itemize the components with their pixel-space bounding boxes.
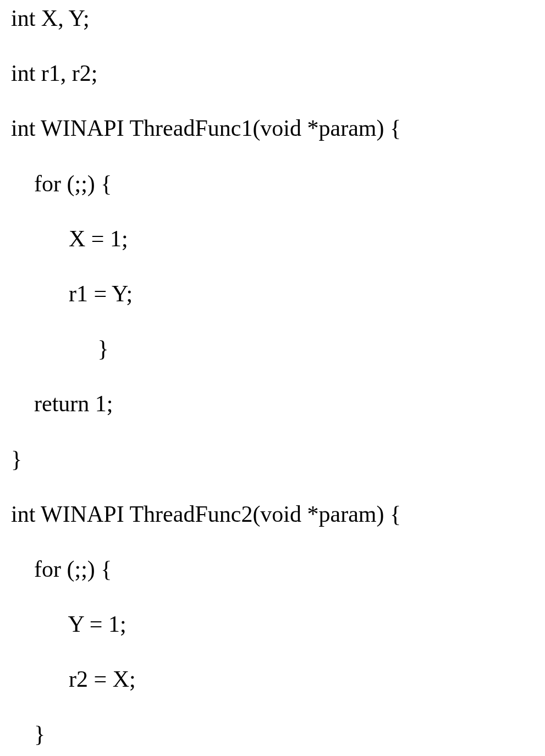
code-line: X = 1; — [11, 226, 534, 251]
code-line: Y = 1; — [11, 611, 534, 637]
code-line: return 1; — [11, 391, 534, 416]
code-line: } — [11, 336, 534, 361]
code-line: } — [11, 446, 534, 472]
code-line: int WINAPI ThreadFunc1(void *param) { — [11, 115, 534, 141]
code-line: int WINAPI ThreadFunc2(void *param) { — [11, 501, 534, 527]
code-line: int X, Y; — [11, 5, 534, 31]
code-line: r2 = X; — [11, 666, 534, 692]
code-line: r1 = Y; — [11, 281, 534, 306]
code-block: int X, Y; int r1, r2; int WINAPI ThreadF… — [11, 5, 534, 747]
code-line: for (;;) { — [11, 171, 534, 196]
code-line: } — [11, 721, 534, 747]
code-line: for (;;) { — [11, 556, 534, 582]
code-line: int r1, r2; — [11, 60, 534, 86]
